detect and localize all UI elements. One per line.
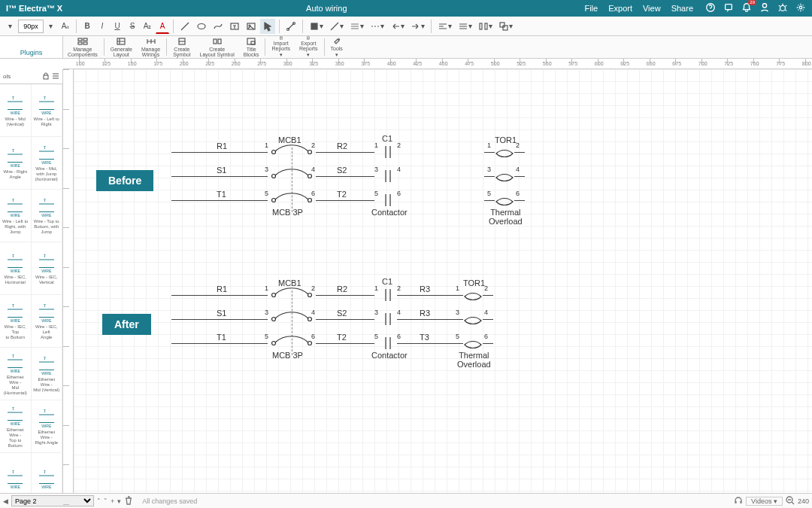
videos-button[interactable]: Videos ▾ (746, 497, 783, 506)
stencil-item[interactable]: TWIREWire - IEC, Topto Bottom (0, 295, 32, 348)
font-size-control[interactable]: ▾ (18, 19, 57, 34)
line-color-button[interactable]: ▾ (327, 19, 346, 34)
stencil-item[interactable]: TWIREEthernet Wire -Mid(Horizontal) (0, 348, 32, 400)
svg-point-50 (308, 175, 312, 178)
text-tool[interactable] (227, 19, 242, 34)
create-symbol-button[interactable]: Create Symbol (168, 36, 195, 58)
fill-color-button[interactable]: ▾ (307, 19, 326, 34)
drawing-canvas[interactable]: BeforeMCB1C1TOR1R112R21212S134S23434T156… (74, 69, 812, 493)
tools-button[interactable]: Tools▾ (326, 36, 347, 58)
stencil-item[interactable]: TWIREWire - RightAngle (0, 137, 32, 190)
generate-layout-button[interactable]: Generate Layout (106, 36, 137, 58)
svg-text:T: T (44, 303, 46, 308)
lock-icon[interactable] (42, 72, 50, 81)
arrow-start-button[interactable]: ▾ (388, 19, 407, 34)
ellipse-tool[interactable] (194, 19, 209, 34)
settings-icon[interactable] (795, 2, 806, 14)
menu-file[interactable]: File (584, 4, 598, 13)
title-blocks-button[interactable]: Title Blocks (239, 36, 264, 58)
create-layout-symbol-button[interactable]: Create Layout Symbol (195, 36, 239, 58)
svg-text:T: T (44, 145, 46, 150)
menu-share[interactable]: Share (671, 4, 693, 13)
prev-page-button[interactable]: ◀ (3, 497, 8, 505)
stencil-item[interactable]: TWIREEthernet Wire -Right Angle (32, 400, 63, 453)
stencil-item[interactable]: TWIREWire - Mid(Vertical) (0, 84, 32, 137)
svg-rect-22 (214, 39, 217, 44)
menu-icon[interactable] (52, 72, 59, 81)
svg-rect-18 (78, 42, 82, 44)
svg-point-66 (308, 342, 312, 345)
app-logo: I™ Electra™ X (0, 4, 68, 13)
font-color-button[interactable]: A (156, 19, 169, 34)
stencil-item[interactable]: TWIREWire - IEC,Horizontal (0, 242, 32, 295)
svg-point-53 (272, 199, 276, 202)
page-selector[interactable]: Page 2 (11, 495, 94, 506)
stencil-item[interactable]: TWIREWire - Left toRight (32, 84, 63, 137)
feedback-icon[interactable] (723, 2, 734, 14)
chevron-down-icon[interactable]: ▾ (44, 19, 57, 34)
import-reports-button[interactable]: Import Reports▾ (267, 36, 295, 58)
stencil-item[interactable]: TWIREWire - Mid,with Jump(horizontal) (32, 137, 63, 190)
distribute-button[interactable]: ▾ (476, 19, 495, 34)
help-icon[interactable] (705, 2, 716, 14)
stencil-item[interactable]: TWIRE (0, 453, 32, 493)
svg-text:T: T (12, 198, 14, 202)
export-reports-button[interactable]: Export Reports▾ (295, 36, 323, 58)
svg-text:T: T (12, 354, 14, 358)
page-up-button[interactable]: ˄ (97, 497, 101, 505)
line-tool[interactable] (177, 19, 192, 34)
svg-point-45 (272, 151, 276, 154)
font-family-dropdown[interactable]: ▾ (3, 19, 17, 34)
italic-button[interactable]: I (95, 19, 109, 34)
line-style-button[interactable]: ▾ (368, 19, 386, 34)
stencil-item[interactable]: TWIREWire - IEC, LeftAngle (32, 295, 63, 348)
strikethrough-button[interactable]: S (126, 19, 139, 34)
svg-rect-17 (83, 38, 87, 41)
stencil-item[interactable]: TWIREWire - IEC,Vertical (32, 242, 63, 295)
bug-icon[interactable] (777, 2, 788, 14)
stencil-item[interactable]: TWIREWire - Left toRight, withJump (0, 190, 32, 242)
connector-tool[interactable] (283, 19, 298, 34)
curve-tool[interactable] (211, 19, 226, 34)
font-scale-button[interactable]: Aₐ (59, 19, 72, 34)
svg-rect-23 (218, 39, 221, 44)
headset-icon[interactable] (734, 496, 743, 506)
zoom-out-button[interactable] (786, 496, 795, 506)
svg-text:T: T (44, 254, 46, 258)
notifications-icon[interactable] (741, 2, 752, 14)
menu-export[interactable]: Export (608, 4, 632, 13)
line-weight-button[interactable]: ▾ (347, 19, 366, 34)
arrow-end-button[interactable]: ▾ (408, 19, 427, 34)
svg-text:T: T (12, 406, 14, 411)
stencil-item[interactable]: TWIREEthernet Wire -Mid (Vertical) (32, 348, 63, 400)
delete-page-button[interactable] (124, 496, 133, 506)
bold-button[interactable]: B (80, 19, 94, 34)
page-options-button[interactable]: ▾ (117, 497, 121, 505)
menu-view[interactable]: View (643, 4, 661, 13)
svg-point-62 (308, 318, 312, 321)
svg-text:T: T (12, 470, 14, 474)
arrange-button[interactable]: ▾ (496, 19, 515, 34)
add-page-button[interactable]: + (111, 497, 114, 505)
stencil-item[interactable]: TWIREWire - Top toBottom, withJump (32, 190, 63, 242)
stencil-item[interactable]: TWIREEthernet Wire -Top to Bottom (0, 400, 32, 453)
svg-text:T: T (44, 96, 46, 100)
svg-rect-13 (485, 23, 487, 29)
align-middle-button[interactable]: ▾ (456, 19, 474, 34)
stencil-item[interactable]: TWIRE (32, 453, 63, 493)
manage-wirings-button[interactable]: Manage Wirings (137, 36, 165, 58)
underline-button[interactable]: U (111, 19, 124, 34)
align-left-button[interactable]: ▾ (435, 19, 454, 34)
user-icon[interactable] (759, 2, 770, 14)
subscript-button[interactable]: A₂ (141, 19, 154, 34)
svg-point-46 (308, 151, 312, 154)
font-size-input[interactable] (18, 20, 44, 33)
image-tool[interactable] (244, 19, 259, 34)
manage-components-button[interactable]: Manage Components (63, 36, 102, 58)
plugins-tab[interactable]: Plugins (0, 36, 63, 58)
page-down-button[interactable]: ˅ (104, 497, 108, 505)
svg-rect-11 (311, 23, 317, 29)
vertical-ruler (63, 69, 74, 493)
pointer-tool[interactable] (260, 19, 275, 34)
svg-rect-15 (503, 26, 508, 30)
